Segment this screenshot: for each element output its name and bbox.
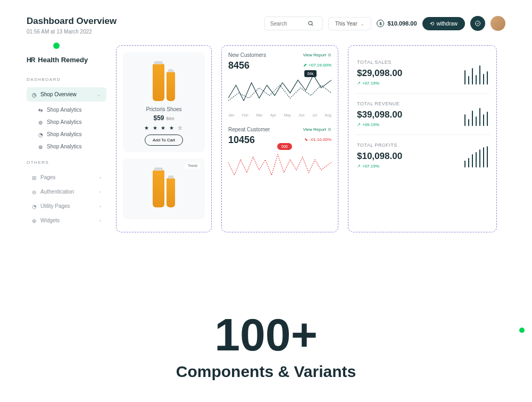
chevron-right-icon: › — [99, 204, 101, 209]
sidebar: HR Health Remedy DASHBOARD ◷Shop Overvie… — [27, 45, 106, 232]
balance-icon: $ — [377, 20, 384, 27]
stat-revenue: TOTAL REVENUE $39,098.00 ↗+09.19% — [355, 94, 490, 135]
product-card-2[interactable]: Trend — [123, 158, 205, 219]
svg-point-2 — [476, 21, 480, 26]
marquee-big: 100+ — [214, 312, 318, 357]
brand-logo: HR — [27, 56, 35, 64]
sidebar-item-authentication[interactable]: ⊖Authentication› — [27, 185, 106, 199]
marketing-overlay: 100+ Components & Variants — [0, 232, 532, 402]
chevron-down-icon: ⌄ — [360, 21, 364, 27]
share-button[interactable] — [470, 16, 485, 31]
stat-value: $29,098.00 — [357, 68, 402, 79]
stat-change: ↗+07.19% — [357, 81, 402, 86]
status-dot — [53, 43, 60, 49]
search-icon — [307, 20, 314, 27]
stat-label: TOTAL REVENUE — [357, 101, 402, 106]
analytics-icon: ⊛ — [38, 144, 44, 149]
chevron-right-icon: › — [99, 218, 101, 223]
stat-sales: TOTAL SALES $29,098.00 ↗+07.19% — [355, 52, 490, 94]
withdraw-label: withdraw — [437, 21, 458, 27]
mini-bar-chart — [464, 102, 488, 126]
mini-bar-chart — [464, 61, 488, 85]
new-customers-card: New Customers View Report ⊙ 8456 ⬈+07.19… — [228, 52, 331, 117]
arrow-down-icon: ⬊ — [304, 137, 308, 142]
product-name: Prictoris Shoes — [129, 106, 198, 112]
repeat-customer-card: Repeat Customer View Report ⊙ 10456 ⬊-01… — [228, 127, 331, 186]
analytics-icon: ⇆ — [38, 107, 44, 113]
arrow-up-icon: ↗ — [357, 81, 361, 86]
sidebar-sub-analytics-2[interactable]: ⊚Shop Analytics — [27, 116, 106, 128]
line-chart — [228, 72, 331, 109]
auth-icon: ⊖ — [32, 189, 37, 195]
withdraw-button[interactable]: ⟲ withdraw — [422, 17, 465, 30]
stat-label: TOTAL SALES — [357, 60, 402, 65]
sidebar-sub-analytics-4[interactable]: ⊛Shop Analytics — [27, 140, 106, 153]
chart-title: Repeat Customer — [228, 127, 270, 132]
arrow-up-icon: ↗ — [357, 164, 361, 169]
sidebar-item-shop-overview[interactable]: ◷Shop Overview ⌄ — [27, 87, 106, 102]
utility-icon: ◔ — [32, 204, 37, 209]
analytics-icon: ⊚ — [38, 120, 44, 125]
product-price: $59$69 — [129, 114, 198, 122]
year-filter-button[interactable]: This Year ⌄ — [328, 17, 372, 30]
product-rating: ★ ★ ★ ★ ☆ — [129, 125, 198, 131]
brand: HR Health Remedy — [27, 56, 106, 64]
chevron-right-icon: › — [99, 175, 101, 180]
stat-label: TOTAL PROFITS — [357, 143, 402, 148]
balance-amount: $10.098.00 — [387, 20, 417, 27]
sidebar-sub-analytics-3[interactable]: ◔Shop Analytics — [27, 128, 106, 140]
analytics-icon: ◔ — [38, 132, 44, 137]
section-dashboard-label: DASHBOARD — [27, 77, 106, 82]
report-icon: ⊙ — [328, 53, 331, 57]
mini-bar-chart — [464, 144, 488, 168]
chevron-right-icon: › — [99, 189, 101, 195]
arrow-up-icon: ↗ — [357, 122, 361, 127]
widgets-icon: ⊛ — [32, 218, 37, 223]
pages-icon: ⊞ — [32, 175, 37, 180]
shop-overview-label: Shop Overview — [40, 91, 77, 97]
marquee-sub: Components & Variants — [176, 363, 356, 381]
svg-line-1 — [312, 24, 313, 26]
stat-value: $10,098.00 — [357, 151, 402, 162]
chart-title: New Customers — [228, 52, 266, 58]
sidebar-item-utility[interactable]: ◔Utility Pages› — [27, 199, 106, 213]
accent-dot — [519, 328, 525, 333]
stat-value: $39,098.00 — [357, 110, 402, 120]
sidebar-sub-analytics-1[interactable]: ⇆Shop Analytics — [27, 104, 106, 116]
page-timestamp: 01:56 AM at 13 March 2022 — [27, 29, 117, 35]
product-card-1[interactable]: Prictoris Shoes $59$69 ★ ★ ★ ★ ☆ Add To … — [123, 52, 205, 152]
brand-name: Health Remedy — [38, 56, 88, 64]
svg-point-0 — [309, 21, 312, 25]
chart-tooltip: 04k — [304, 70, 317, 77]
user-avatar[interactable] — [491, 16, 505, 31]
product-image — [129, 165, 198, 207]
balance-display: $ $10.098.00 — [377, 20, 417, 27]
charts-column: New Customers View Report ⊙ 8456 ⬈+07.19… — [221, 45, 338, 232]
arrow-up-icon: ⬈ — [303, 63, 307, 68]
trend-badge: Trend — [185, 163, 201, 169]
overview-icon: ◷ — [32, 92, 37, 97]
year-filter-label: This Year — [335, 21, 358, 27]
chevron-down-icon: ⌄ — [97, 92, 101, 97]
stat-change: ↗+09.19% — [357, 122, 402, 127]
search-input[interactable] — [270, 21, 307, 27]
share-icon — [475, 20, 481, 27]
products-column: Prictoris Shoes $59$69 ★ ★ ★ ★ ☆ Add To … — [116, 45, 212, 232]
product-image — [129, 58, 198, 101]
sidebar-item-pages[interactable]: ⊞Pages› — [27, 170, 106, 185]
add-to-cart-button[interactable]: Add To Cart — [145, 135, 183, 146]
stat-profits: TOTAL PROFITS $10,098.00 ↗+07.19% — [355, 135, 490, 176]
sidebar-item-widgets[interactable]: ⊛Widgets› — [27, 213, 106, 228]
chart-tooltip-red: 500 — [277, 143, 292, 150]
view-report-link[interactable]: View Report ⊙ — [303, 53, 331, 57]
chart-x-axis: JanFebMarAprMayJunJulAug — [228, 113, 331, 117]
stat-change: ↗+07.19% — [357, 164, 402, 169]
report-icon: ⊙ — [328, 127, 331, 132]
page-title: Dashboard Overview — [27, 16, 117, 27]
stats-column: TOTAL SALES $29,098.00 ↗+07.19% TOTAL RE… — [348, 45, 497, 232]
section-others-label: OTHERS — [27, 160, 106, 165]
search-box[interactable] — [264, 16, 323, 30]
line-chart-red — [228, 146, 331, 183]
view-report-link[interactable]: View Report ⊙ — [303, 127, 331, 132]
withdraw-icon: ⟲ — [430, 21, 434, 27]
